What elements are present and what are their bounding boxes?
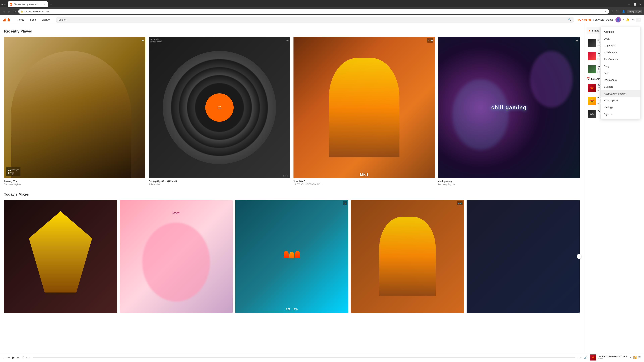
play-pause-button[interactable]: ▶ xyxy=(12,356,15,360)
recently-played-grid: LowkeyTrap ☁ Lowkey Trap Discovery Playl… xyxy=(4,37,580,186)
main-nav: Home Feed Library xyxy=(15,17,52,22)
todays-mixes-grid: Lover ☁ SOLITA xyxy=(4,200,580,313)
repeat-button[interactable]: ↺ xyxy=(22,356,24,359)
close-button[interactable]: ✕ xyxy=(638,2,643,6)
svg-rect-2 xyxy=(11,4,12,5)
queue-button[interactable]: ☰ xyxy=(638,356,641,359)
player-track-info: 🍁 Ostatni dzień wakacji z Tobą mikoll xyxy=(590,355,627,361)
search-bar[interactable]: 🔍 xyxy=(56,16,574,23)
shuffle-button[interactable]: ⇄ xyxy=(3,356,6,359)
track-card-lowkey-trap[interactable]: LowkeyTrap ☁ Lowkey Trap Discovery Playl… xyxy=(4,37,146,186)
incognito-label[interactable]: Incognito (2) xyxy=(627,10,642,13)
volume-button[interactable]: 🔊 xyxy=(584,356,588,359)
sidebar-thumb-2 xyxy=(588,65,596,73)
forward-button[interactable]: ▶ xyxy=(8,9,12,14)
tab-favicon xyxy=(10,3,12,6)
likes-count: 5 likes xyxy=(592,29,600,32)
dropdown-mobile-apps[interactable]: Mobile apps xyxy=(600,49,640,56)
vinyl-label: 2PREMILLE xyxy=(205,93,234,122)
track-art-lowkey: LowkeyTrap ☁ xyxy=(4,37,146,178)
dropdown-developers[interactable]: Developers xyxy=(600,76,640,83)
back-button[interactable]: ◀ xyxy=(2,9,6,14)
soundcloud-logo-overlay-1: ☁ xyxy=(141,38,144,42)
mix-card-0[interactable] xyxy=(4,200,117,313)
logo-waves xyxy=(3,18,10,21)
calendar-icon: 📅 xyxy=(586,77,590,80)
svg-rect-1 xyxy=(11,4,11,5)
mix-card-1[interactable]: Lover xyxy=(120,200,233,313)
mix-art-1: Lover xyxy=(120,200,233,313)
dropdown-menu: About us Legal Copyright Mobile apps For… xyxy=(600,27,641,119)
new-tab-button[interactable]: + xyxy=(49,2,53,7)
reload-button[interactable]: ↻ xyxy=(13,9,17,14)
next-button[interactable]: ⏭ xyxy=(17,356,20,359)
progress-bar[interactable] xyxy=(33,357,575,358)
track-art-deejay: 2PREMILLE Deejay-GijsCox (Official) stat… xyxy=(149,37,290,178)
upload-button[interactable]: Upload xyxy=(606,18,613,21)
track-card-deejay[interactable]: 2PREMILLE Deejay-GijsCox (Official) stat… xyxy=(149,37,290,186)
messages-icon[interactable]: ✉ xyxy=(632,18,634,21)
tab-forward-arrow[interactable]: ▶ xyxy=(4,3,6,6)
sidebar-thumb-1 xyxy=(588,52,596,60)
dropdown-about-us[interactable]: About us xyxy=(600,28,640,35)
search-icon[interactable]: 🔍 xyxy=(568,18,572,21)
notifications-bell-icon[interactable]: 🔔 xyxy=(626,18,630,22)
active-tab[interactable]: Discover the top streamed mus... ✕ xyxy=(8,1,48,7)
browser-chrome: ◀ ▶ Discover the top streamed mus... ✕ +… xyxy=(0,0,644,15)
search-input[interactable] xyxy=(58,18,567,21)
nav-library[interactable]: Library xyxy=(39,17,52,22)
mix-card-4[interactable]: › xyxy=(466,200,580,313)
track-title-1: Deejay-Gijs Cox (Official) xyxy=(149,180,290,183)
dropdown-settings[interactable]: Settings xyxy=(600,104,640,111)
dropdown-jobs[interactable]: Jobs xyxy=(600,69,640,76)
maximize-button[interactable]: ⬜ xyxy=(632,2,638,6)
minimize-button[interactable]: － xyxy=(626,2,632,6)
nav-feed[interactable]: Feed xyxy=(28,17,38,22)
dropdown-keyboard-shortcuts[interactable]: Keyboard shortcuts xyxy=(600,90,640,97)
dropdown-legal[interactable]: Legal xyxy=(600,35,640,42)
try-next-pro-button[interactable]: Try Next Pro xyxy=(578,18,591,21)
mix-art-3: LTU xyxy=(351,200,464,313)
mix-card-2[interactable]: ☁ SOLITA xyxy=(235,200,348,313)
dropdown-sign-out[interactable]: Sign out xyxy=(600,111,640,118)
user-avatar[interactable]: 👤 xyxy=(616,17,621,22)
extensions-icon[interactable]: ⬛ xyxy=(615,9,620,14)
ltu-figure xyxy=(351,200,464,313)
mix-art-2: ☁ SOLITA xyxy=(235,200,348,313)
repost-button[interactable]: 🔁 xyxy=(633,356,636,359)
for-artists-link[interactable]: For Artists xyxy=(593,18,604,21)
chevron-down-icon[interactable]: ▾ xyxy=(623,18,624,21)
dropdown-blog[interactable]: Blog xyxy=(600,63,640,69)
profile-icon[interactable]: 👤 xyxy=(621,9,626,14)
next-arrow-button[interactable]: › xyxy=(576,254,581,259)
tab-back-arrow[interactable]: ◀ xyxy=(1,3,3,6)
url-display: soundcloud.com/discover xyxy=(24,10,604,13)
dropdown-support[interactable]: Support xyxy=(600,83,640,90)
more-options-button[interactable]: ··· xyxy=(636,17,641,22)
track-sub-3: Discovery Playlists xyxy=(438,183,580,186)
track-card-chill-gaming[interactable]: chill gaming ☁ chill gaming Discovery Pl… xyxy=(438,37,580,186)
track-art-mix3: LTU Mix 3 ☁ xyxy=(294,37,435,178)
vinyl-record: 2PREMILLE xyxy=(163,51,276,164)
dropdown-copyright[interactable]: Copyright xyxy=(600,42,640,49)
address-bar[interactable]: 🔒 soundcloud.com/discover ★ xyxy=(18,9,609,14)
nav-home[interactable]: Home xyxy=(15,17,27,22)
track-card-mix3[interactable]: LTU Mix 3 ☁ Your Mix 3 LIKE THAT UNDERGR… xyxy=(294,37,435,186)
player-track-artist: mikoll xyxy=(598,358,627,360)
sidebar-thumb-0 xyxy=(588,39,596,47)
player-track-thumbnail: 🍁 xyxy=(590,355,596,361)
svg-rect-0 xyxy=(10,4,11,5)
player-track-title: Ostatni dzień wakacji z Tobą xyxy=(598,355,627,358)
player-bar: ⇄ ⏮ ▶ ⏭ ↺ 0:00 2:39 🔊 🍁 Ostatni dzień wa… xyxy=(0,353,644,362)
like-button[interactable]: ♥ xyxy=(630,356,632,359)
sc-logo[interactable] xyxy=(3,18,10,21)
soundcloud-logo-overlay-3: ☁ xyxy=(430,38,434,42)
mix-art-4 xyxy=(466,200,580,313)
previous-button[interactable]: ⏮ xyxy=(8,356,10,359)
dropdown-for-creators[interactable]: For Creators xyxy=(600,56,640,63)
mix-card-3[interactable]: LTU xyxy=(351,200,464,313)
download-icon[interactable]: ⬇ xyxy=(610,9,614,14)
current-time: 0:00 xyxy=(26,356,30,359)
tab-close-button[interactable]: ✕ xyxy=(44,3,46,6)
dropdown-subscription[interactable]: Subscription xyxy=(600,97,640,104)
